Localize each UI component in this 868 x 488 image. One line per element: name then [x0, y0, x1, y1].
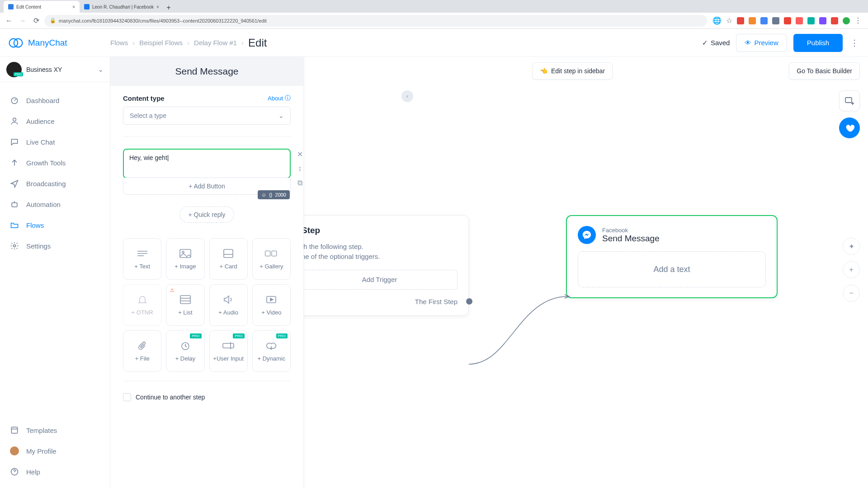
about-text: About [268, 95, 283, 102]
basic-builder-button[interactable]: Go To Basic Builder [789, 62, 860, 80]
block-file[interactable]: + File [123, 330, 161, 372]
extension-icon[interactable] [819, 17, 826, 24]
close-icon[interactable]: × [156, 5, 159, 9]
menu-icon[interactable]: ⋮ [854, 16, 862, 25]
send-card-header: Facebook Send Message [578, 226, 766, 244]
variable-icon[interactable]: {} [269, 192, 272, 197]
block-text[interactable]: + Text [123, 238, 161, 280]
preview-button[interactable]: 👁 Preview [736, 34, 787, 52]
block-label: +User Input [213, 355, 244, 362]
checkbox[interactable] [123, 393, 131, 401]
info-icon: ⓘ [285, 94, 291, 102]
add-text-placeholder[interactable]: Add a text [578, 251, 766, 287]
main: PRO Business XY ⌄ Dashboard Audience Liv… [0, 57, 868, 488]
breadcrumb-item[interactable]: Beispiel Flows [139, 39, 183, 47]
content-type-label: Content type About ⓘ [123, 94, 291, 102]
collapse-toggle[interactable]: ‹ [401, 90, 413, 102]
message-side-actions: ✕ ↕ ⧉ [295, 150, 303, 188]
sidebar-item-profile[interactable]: My Profile [0, 441, 110, 461]
extension-icon[interactable] [760, 17, 768, 24]
nav-bottom: Templates My Profile Help [0, 412, 110, 488]
url-field[interactable]: 🔒 manychat.com/fb181039443240830/cms/fil… [44, 15, 707, 27]
move-icon[interactable]: ↕ [295, 164, 303, 173]
extension-icon[interactable] [831, 17, 838, 24]
add-step-fab[interactable] [839, 90, 860, 111]
favorite-fab[interactable] [839, 117, 860, 138]
zoom-out-button[interactable]: − [843, 285, 860, 302]
chevron-down-icon: ⌄ [278, 112, 284, 119]
svg-rect-4 [12, 203, 17, 207]
back-button[interactable]: ← [4, 15, 14, 26]
new-tab-button[interactable]: + [164, 3, 174, 13]
extension-icon[interactable] [749, 17, 756, 24]
message-input[interactable]: Hey, wie geht [123, 149, 291, 178]
platform-label: Facebook [602, 227, 660, 234]
profile-avatar-icon[interactable] [843, 17, 850, 24]
browser-tab-active[interactable]: Edit Content × [4, 1, 80, 13]
account-switcher[interactable]: PRO Business XY ⌄ [0, 57, 110, 82]
zoom-in-button[interactable]: + [843, 261, 860, 278]
sidebar-item-dashboard[interactable]: Dashboard [0, 90, 110, 110]
sidebar-item-label: My Profile [26, 447, 57, 455]
quick-reply-label: + Quick reply [188, 211, 225, 218]
content-type-select[interactable]: Select a type ⌄ [123, 107, 291, 125]
more-menu-button[interactable]: ⋮ [849, 38, 860, 48]
breadcrumb-item[interactable]: Flows [110, 39, 128, 47]
tab-title: Edit Content [16, 5, 41, 9]
block-video[interactable]: + Video [252, 284, 291, 326]
flow-canvas[interactable]: 👈 Edit step in sidebar Go To Basic Build… [304, 57, 868, 488]
bookmark-icon[interactable]: ☆ [726, 16, 732, 25]
block-list[interactable]: ⚠+ List [166, 284, 204, 326]
duplicate-icon[interactable]: ⧉ [295, 178, 303, 188]
block-gallery[interactable]: + Gallery [252, 238, 291, 280]
divider [123, 136, 291, 137]
sidebar-item-livechat[interactable]: Live Chat [0, 132, 110, 152]
close-icon[interactable]: × [72, 5, 75, 9]
sidebar-item-audience[interactable]: Audience [0, 111, 110, 131]
card-plus-icon [844, 95, 855, 106]
translate-icon[interactable]: 🌐 [712, 16, 722, 25]
starting-step-card[interactable]: Step th the following step. ne of the op… [290, 215, 469, 316]
extension-icon[interactable] [737, 17, 744, 24]
sidebar-item-broadcasting[interactable]: Broadcasting [0, 174, 110, 193]
continue-checkbox-row[interactable]: Continue to another step [123, 381, 291, 401]
manychat-logo-icon [8, 35, 24, 51]
send-icon [10, 179, 19, 188]
sidebar-item-growth[interactable]: Growth Tools [0, 153, 110, 173]
svg-rect-12 [272, 251, 277, 256]
fit-view-button[interactable]: ✦ [843, 238, 860, 255]
block-dynamic[interactable]: PRO+ Dynamic [252, 330, 291, 372]
extension-icon[interactable] [784, 17, 791, 24]
about-link[interactable]: About ⓘ [268, 94, 291, 102]
sidebar-item-label: Growth Tools [26, 159, 66, 167]
quick-reply-button[interactable]: + Quick reply [179, 206, 234, 223]
breadcrumb-item[interactable]: Delay Flow #1 [194, 39, 237, 47]
reload-button[interactable]: ⟳ [31, 15, 42, 26]
publish-button[interactable]: Publish [793, 34, 843, 52]
logo-area[interactable]: ManyChat [8, 35, 110, 51]
block-audio[interactable]: + Audio [209, 284, 248, 326]
sidebar-item-automation[interactable]: Automation [0, 194, 110, 214]
sidebar-item-settings[interactable]: Settings [0, 236, 110, 256]
sidebar-item-help[interactable]: Help [0, 462, 110, 482]
connection-port[interactable] [466, 298, 472, 305]
emoji-icon[interactable]: ☺ [261, 192, 266, 197]
edit-step-pill[interactable]: 👈 Edit step in sidebar [532, 62, 613, 80]
forward-button[interactable]: → [17, 15, 28, 26]
tab-title: Leon R. Chaudhari | Facebook [92, 5, 154, 9]
block-image[interactable]: + Image [166, 238, 204, 280]
block-label: + Delay [175, 355, 195, 362]
add-trigger-button[interactable]: Add Trigger [302, 270, 458, 290]
close-icon[interactable]: ✕ [295, 150, 303, 159]
extension-icon[interactable] [807, 17, 815, 24]
block-delay[interactable]: PRO+ Delay [166, 330, 204, 372]
browser-tab[interactable]: Leon R. Chaudhari | Facebook × [80, 1, 164, 13]
block-card[interactable]: + Card [209, 238, 248, 280]
extension-icon[interactable] [796, 17, 803, 24]
send-message-card[interactable]: Facebook Send Message Add a text [566, 215, 778, 298]
input-icon [222, 341, 235, 351]
sidebar-item-templates[interactable]: Templates [0, 420, 110, 440]
extension-icon[interactable] [772, 17, 779, 24]
sidebar-item-flows[interactable]: Flows [0, 215, 110, 235]
block-input[interactable]: PRO+User Input [209, 330, 248, 372]
